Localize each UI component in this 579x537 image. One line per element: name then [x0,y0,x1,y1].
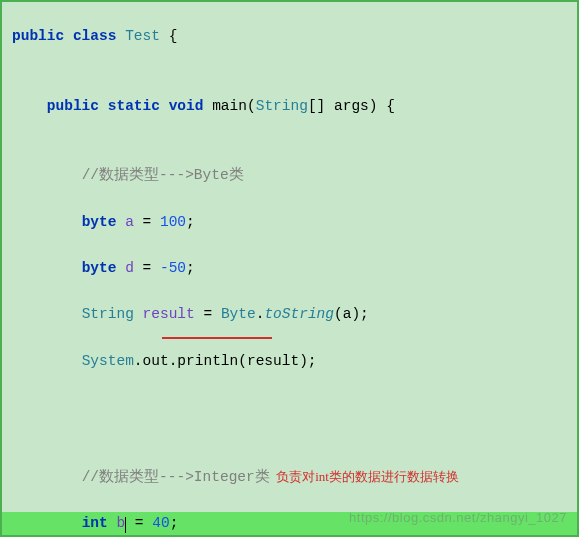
keyword: byte [82,214,117,230]
number: -50 [160,260,186,276]
var: b [108,515,125,531]
indent [12,515,82,531]
watermark: https://blog.csdn.net/zhangyi_1027 [349,508,567,529]
number: 100 [160,214,186,230]
semi: ; [186,214,195,230]
keyword: class [73,28,117,44]
code-line: String result = Byte.toString(a); [2,303,577,326]
op: = [134,214,160,230]
semi: ; [186,260,195,276]
keyword: byte [82,260,117,276]
params: [] args) { [308,98,395,114]
annotation-text: 负责对int类的数据进行数据转换 [270,469,459,484]
keyword: void [169,98,204,114]
indent [12,306,82,322]
code-line: byte d = -50; [2,257,577,280]
var: result [134,306,195,322]
comment: //数据类型--->Byte类 [82,167,244,183]
keyword: static [108,98,160,114]
indent [12,214,82,230]
annotation-underline [162,337,272,339]
call: .out.println(result); [134,353,317,369]
op: = [195,306,221,322]
code-line: //数据类型--->Byte类 [2,164,577,187]
brace: { [160,28,177,44]
op: = [126,515,152,531]
semi: ; [170,515,179,531]
args: (a); [334,306,369,322]
type: String [82,306,134,322]
type: String [256,98,308,114]
class-name: Byte [221,306,256,322]
indent [12,353,82,369]
class-name: System [82,353,134,369]
class-name: Test [125,28,160,44]
code-line: byte a = 100; [2,211,577,234]
number: 40 [152,515,169,531]
code-line: //数据类型--->Integer类 负责对int类的数据进行数据转换 [2,466,577,489]
code-editor: public class Test { public static void m… [0,0,579,537]
var: d [116,260,133,276]
method: toString [264,306,334,322]
keyword: public [12,28,64,44]
code-line: public static void main(String[] args) { [2,95,577,118]
op: = [134,260,160,276]
method-name: main( [203,98,255,114]
indent [12,98,47,114]
keyword: int [82,515,108,531]
keyword: public [47,98,99,114]
var: a [116,214,133,230]
code-line: public class Test { [2,25,577,48]
indent [12,469,82,485]
indent [12,260,82,276]
comment: //数据类型--->Integer类 [82,469,270,485]
indent [12,167,82,183]
code-line: System.out.println(result); [2,350,577,373]
